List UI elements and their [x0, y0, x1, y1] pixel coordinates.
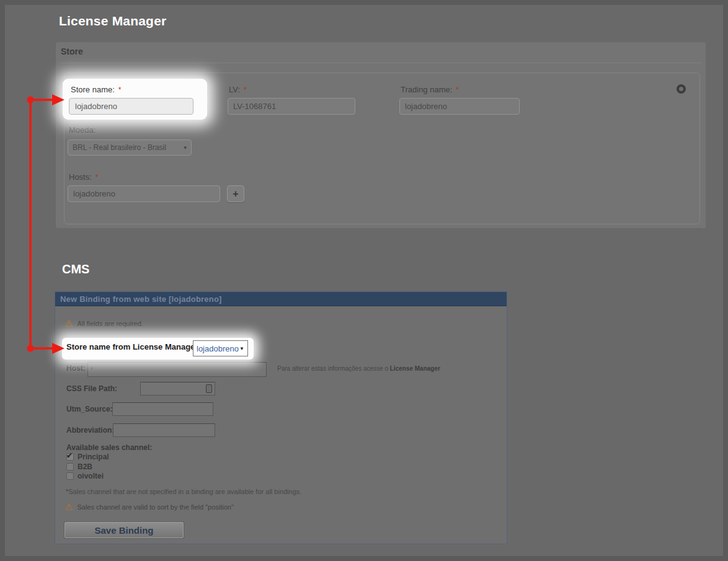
- checkbox-principal-label: Principal: [78, 453, 109, 461]
- checkbox-principal[interactable]: [66, 453, 74, 461]
- store-name-label-text: Store name:: [71, 85, 115, 94]
- cms-title: CMS: [62, 262, 89, 276]
- sales-channel-option: Principal: [66, 453, 109, 461]
- sales-channel-option: oivoltei: [66, 472, 104, 480]
- host-label: Host:: [66, 364, 86, 373]
- host-note-bold: License Manager: [390, 365, 440, 372]
- checkbox-oivoltei[interactable]: [66, 472, 74, 480]
- chevron-down-icon: ▼: [239, 346, 244, 351]
- arrow-line-bottom: [30, 347, 55, 350]
- host-note: Para alterar estas informações acesse o …: [277, 365, 440, 372]
- hosts-input[interactable]: [68, 185, 220, 202]
- hosts-label: Hosts:*: [69, 172, 99, 182]
- store-name-input[interactable]: [69, 98, 193, 115]
- license-manager-panel: Store Store name:* LV:* Trading name:*: [56, 42, 706, 228]
- utm-source-label: Utm_Source:: [66, 405, 113, 413]
- checkbox-b2b[interactable]: [66, 463, 74, 470]
- save-binding-label: Save Binding: [94, 525, 153, 536]
- required-asterisk: *: [118, 86, 122, 94]
- binding-panel-header: New Binding from web site [lojadobreno]: [55, 292, 507, 306]
- sales-channel-footnote: *Sales channel that are not specified in…: [66, 488, 301, 495]
- abbreviation-input[interactable]: [113, 423, 215, 437]
- store-binding-label: Store name from License Manager:: [66, 342, 201, 351]
- host-note-text: Para alterar estas informações acesse o: [277, 365, 388, 372]
- sales-channel-option: B2B: [66, 462, 92, 471]
- license-manager-title: License Manager: [59, 14, 166, 29]
- store-panel-divider: [60, 63, 701, 63]
- save-binding-button[interactable]: Save Binding: [64, 522, 184, 538]
- store-name-label: Store name:*: [71, 85, 122, 94]
- lv-label-text: LV:: [229, 85, 240, 94]
- warning-icon: ⚠: [64, 502, 73, 511]
- moeda-label-text: Moeda:: [69, 125, 95, 135]
- plus-icon: +: [233, 188, 238, 200]
- required-asterisk: *: [95, 173, 99, 182]
- store-panel-title: Store: [61, 46, 83, 56]
- warning-icon: ⚠: [64, 319, 73, 328]
- file-picker-icon[interactable]: [206, 384, 212, 393]
- cms-binding-panel: New Binding from web site [lojadobreno] …: [55, 291, 507, 544]
- warning-all-fields: ⚠ All fields are required.: [64, 319, 143, 328]
- moeda-select[interactable]: BRL - Real brasileiro - Brasil ▾: [68, 139, 192, 156]
- warning-all-fields-text: All fields are required.: [77, 320, 143, 327]
- trading-name-label-text: Trading name:: [401, 85, 452, 94]
- moeda-selected-value: BRL - Real brasileiro - Brasil: [73, 143, 166, 152]
- css-file-path-input[interactable]: [140, 382, 215, 395]
- tutorial-canvas: License Manager Store Store name:* LV:* …: [0, 0, 728, 561]
- store-binding-selected-value: lojadobreno: [197, 344, 239, 353]
- required-asterisk: *: [456, 86, 459, 94]
- required-asterisk: *: [244, 86, 247, 94]
- add-host-button[interactable]: +: [227, 185, 244, 202]
- trading-name-input[interactable]: [399, 98, 520, 115]
- arrow-line-top: [30, 99, 55, 101]
- warning-position: ⚠ Sales channel are valid to sort by the…: [64, 502, 234, 511]
- hosts-label-text: Hosts:: [69, 172, 92, 182]
- moeda-label: Moeda:: [69, 125, 95, 135]
- close-icon[interactable]: [677, 84, 686, 94]
- checkbox-b2b-label: B2B: [78, 462, 92, 471]
- utm-source-input[interactable]: [112, 402, 213, 416]
- host-input[interactable]: [87, 362, 267, 377]
- lv-label: LV:*: [229, 85, 247, 94]
- chevron-down-icon: ▾: [184, 144, 187, 151]
- arrow-dot-bottom: [27, 345, 34, 352]
- css-file-path-label: CSS File Path:: [66, 384, 117, 393]
- abbreviation-label: Abbreviation:: [66, 426, 114, 435]
- warning-position-text: Sales channel are valid to sort by the f…: [77, 503, 233, 511]
- arrow-line-vertical: [29, 100, 32, 348]
- lv-input[interactable]: [228, 98, 355, 115]
- sales-channel-label: Available sales channel:: [66, 443, 152, 452]
- store-binding-select[interactable]: lojadobreno ▼: [193, 340, 248, 356]
- checkbox-oivoltei-label: oivoltei: [78, 472, 104, 480]
- store-fieldset: Store name:* LV:* Trading name:* Moeda: …: [64, 73, 700, 224]
- trading-name-label: Trading name:*: [401, 85, 459, 94]
- arrow-dot-top: [27, 97, 34, 104]
